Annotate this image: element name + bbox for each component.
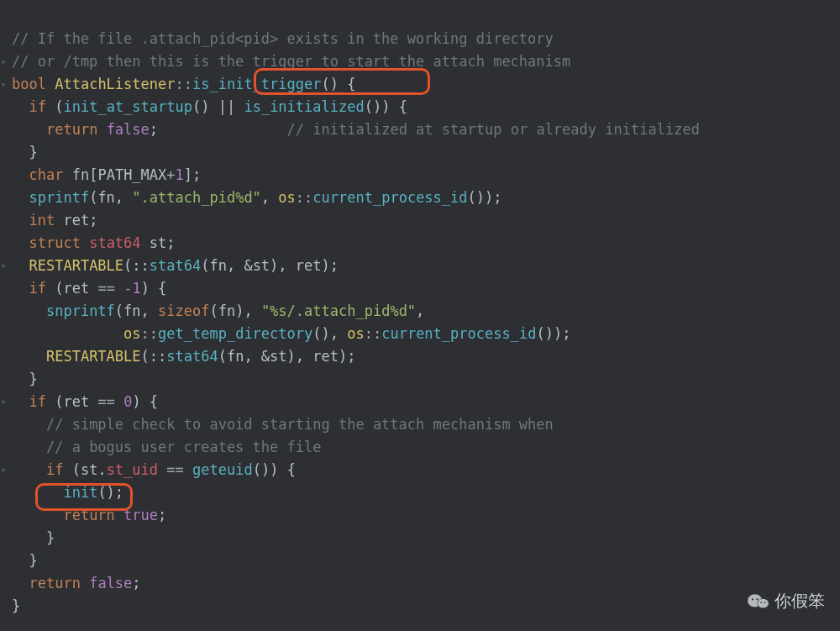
macro-restartable: RESTARTABLE [29, 257, 123, 274]
fn-call-geteuid: geteuid [192, 461, 253, 478]
scope-os: os [347, 325, 364, 342]
watermark: 你假笨 [748, 590, 825, 613]
fn-call-stat64: stat64 [166, 348, 218, 365]
keyword-return: return [63, 507, 114, 523]
comment-line: // or /tmp then this is the trigger to s… [12, 53, 570, 70]
scope-os: os [278, 189, 295, 206]
watermark-text: 你假笨 [774, 590, 825, 613]
literal-neg1: -1 [123, 280, 140, 297]
comment-inline: // initialized at startup or already ini… [287, 121, 700, 138]
code-content: // If the file .attach_pid<pid> exists i… [12, 5, 700, 618]
macro-restartable: RESTARTABLE [46, 348, 141, 365]
keyword-bool: bool [12, 76, 46, 92]
svg-point-6 [764, 602, 766, 603]
literal-false: false [107, 121, 150, 138]
svg-point-5 [760, 602, 762, 603]
literal-zero: 0 [123, 393, 132, 410]
fn-call-get-temp: get_temp_directory [158, 325, 312, 342]
var-ret: ret [63, 212, 89, 229]
fold-marker: ▾ [0, 255, 7, 277]
var-fn: fn [72, 166, 89, 183]
fold-marker: ▾ [0, 459, 7, 481]
fn-call-cpid: current_process_id [381, 325, 536, 342]
fn-call-snprintf: snprintf [46, 302, 115, 319]
comment-line: // a bogus user creates the file [46, 439, 322, 455]
keyword-return: return [46, 121, 97, 138]
scope-os: os [123, 325, 140, 342]
fn-call-cpid: current_process_id [312, 189, 467, 206]
fn-call-stat64: stat64 [150, 257, 201, 274]
fn-call-sprintf: sprintf [29, 189, 89, 206]
keyword-char: char [29, 166, 63, 183]
keyword-if: if [29, 280, 45, 297]
literal-true: true [123, 507, 158, 523]
comment-line: // simple check to avoid starting the at… [46, 416, 554, 433]
keyword-return: return [29, 575, 80, 592]
svg-point-4 [756, 598, 758, 600]
keyword-struct: struct [29, 234, 80, 251]
literal-false: false [89, 575, 132, 592]
const-path-max: PATH_MAX [97, 166, 166, 183]
member-st-uid: st_uid [107, 461, 158, 478]
string-literal: "%s/.attach_pid%d" [261, 302, 416, 319]
literal-one: 1 [176, 166, 184, 183]
keyword-if: if [46, 461, 63, 478]
string-literal: ".attach_pid%d" [132, 189, 261, 206]
wechat-icon [748, 592, 769, 611]
fold-marker: ▾ [0, 50, 7, 73]
keyword-int: int [29, 212, 55, 229]
fn-call-is-initialized: is_initialized [244, 98, 364, 115]
fn-call-init: init [63, 484, 97, 501]
type-stat64: stat64 [89, 234, 140, 251]
keyword-if: if [29, 393, 45, 410]
comment-line: // If the file .attach_pid<pid> exists i… [12, 30, 554, 47]
fold-marker: ▾ [0, 73, 7, 96]
svg-point-3 [752, 598, 753, 600]
keyword-if: if [29, 98, 45, 115]
keyword-sizeof: sizeof [158, 302, 209, 319]
fold-marker: ▾ [0, 391, 7, 413]
var-st: st [150, 234, 166, 251]
code-editor: ▾ ▾ ▾ ▾ ▾ // If the file .attach_pid<pid… [0, 0, 840, 631]
svg-point-2 [758, 598, 769, 607]
class-name: AttachListener [55, 76, 175, 92]
fn-decl-name: is_init_trigger [192, 76, 322, 92]
fn-call: init_at_startup [63, 98, 192, 115]
